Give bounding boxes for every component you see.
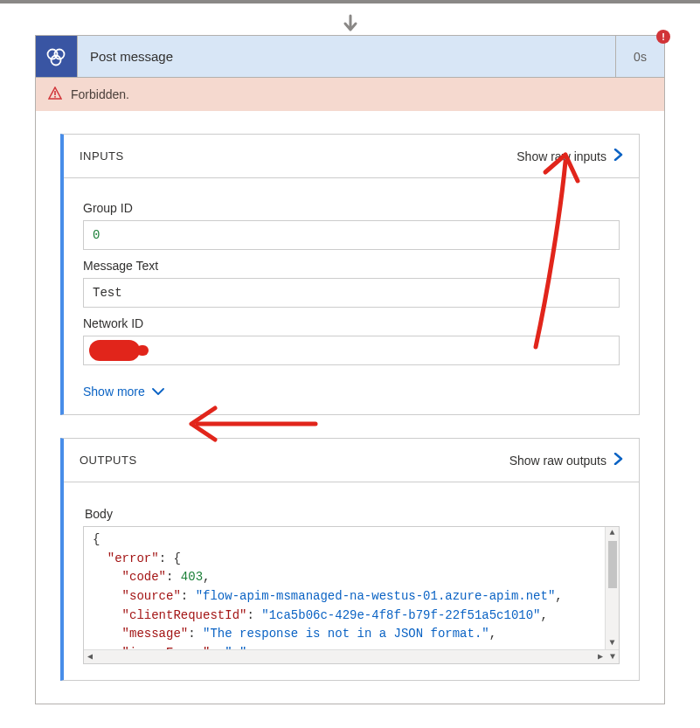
forbidden-banner: Forbidden.: [36, 78, 664, 111]
show-raw-inputs-link[interactable]: Show raw inputs: [516, 149, 623, 163]
top-divider: [0, 0, 700, 3]
flow-arrow-down: [0, 12, 700, 35]
chevron-right-icon: [613, 453, 623, 468]
forbidden-text: Forbidden.: [71, 87, 129, 101]
network-id-value[interactable]: [83, 336, 620, 365]
body-label: Body: [85, 507, 618, 521]
group-id-label: Group ID: [83, 201, 620, 215]
show-more-link[interactable]: Show more: [83, 385, 620, 399]
card-title: Post message: [78, 36, 615, 77]
svg-rect-4: [54, 96, 56, 98]
svg-rect-3: [54, 91, 56, 95]
chevron-down-icon: [152, 385, 164, 399]
group-id-value[interactable]: 0: [83, 220, 620, 250]
inputs-section: INPUTS Show raw inputs Group ID 0 Messag…: [60, 134, 640, 415]
body-json[interactable]: { "error": { "code": 403, "source": "flo…: [83, 526, 620, 664]
vertical-scrollbar[interactable]: ▲ ▼: [605, 527, 619, 649]
outputs-section: OUTPUTS Show raw outputs Body { "error":…: [60, 438, 640, 681]
redaction-mark: [89, 340, 140, 361]
card-timing: 0s: [615, 36, 664, 77]
message-text-label: Message Text: [83, 259, 620, 273]
chevron-right-icon: [613, 149, 623, 163]
outputs-section-label: OUTPUTS: [80, 454, 509, 467]
show-raw-inputs-text: Show raw inputs: [516, 149, 606, 163]
scroll-thumb[interactable]: [608, 541, 617, 588]
show-more-text: Show more: [83, 385, 145, 399]
show-raw-outputs-link[interactable]: Show raw outputs: [509, 453, 623, 468]
show-raw-outputs-text: Show raw outputs: [509, 454, 606, 468]
card-header[interactable]: Post message 0s: [36, 36, 664, 78]
error-badge-icon: !: [656, 30, 670, 44]
network-id-label: Network ID: [83, 316, 620, 330]
action-card: ! Post message 0s Forbidden. INP: [35, 35, 665, 704]
scroll-down-corner-icon: ▼: [606, 650, 619, 664]
body-json-content: { "error": { "code": 403, "source": "flo…: [84, 527, 619, 664]
warning-triangle-icon: [48, 87, 62, 103]
inputs-section-label: INPUTS: [80, 149, 516, 163]
horizontal-scrollbar[interactable]: ◀ ▶ ▼: [84, 649, 619, 663]
scroll-up-icon[interactable]: ▲: [609, 527, 614, 539]
scroll-left-icon[interactable]: ◀: [84, 650, 96, 664]
scroll-right-icon[interactable]: ▶: [594, 650, 606, 664]
scroll-down-icon[interactable]: ▼: [609, 637, 614, 649]
message-text-value[interactable]: Test: [83, 278, 620, 308]
yammer-icon: [36, 36, 78, 77]
